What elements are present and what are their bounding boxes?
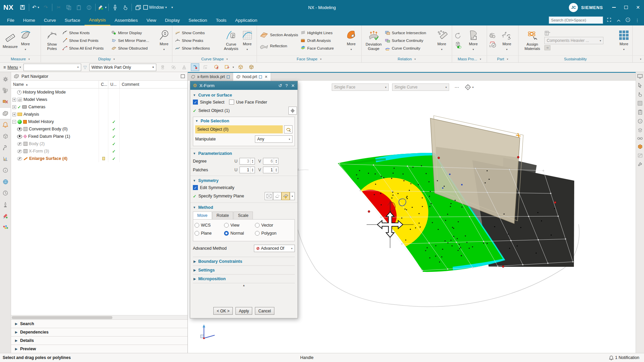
info-icon[interactable] bbox=[0, 165, 11, 176]
shaded-cube-icon[interactable] bbox=[247, 63, 256, 71]
save-button[interactable] bbox=[17, 2, 28, 13]
toggle-mass-icon[interactable] bbox=[454, 42, 462, 49]
orange-cube-icon[interactable] bbox=[638, 144, 643, 150]
relation-more-button[interactable]: More▾ bbox=[435, 29, 448, 52]
snap-cone-icon[interactable] bbox=[180, 63, 189, 71]
help-icon[interactable]: ? bbox=[625, 17, 631, 23]
tab-tools[interactable]: Tools bbox=[211, 15, 231, 25]
section-dependencies[interactable]: ▶Dependencies bbox=[11, 328, 187, 336]
highlight-hidden-icon[interactable] bbox=[159, 63, 167, 71]
ribbon-overflow[interactable]: ▾ bbox=[633, 56, 644, 62]
scrollbar-thumb[interactable] bbox=[12, 316, 112, 319]
edit-symmetrically-checkbox[interactable]: ✓ bbox=[193, 185, 198, 190]
maximize-button[interactable] bbox=[620, 0, 632, 15]
redo-button[interactable]: ↷ bbox=[41, 2, 51, 13]
section-parameterization[interactable]: ▼Parameterization bbox=[193, 151, 295, 156]
assign-materials-button[interactable]: Assign Materials bbox=[520, 29, 544, 52]
visibility-eye-icon[interactable] bbox=[17, 135, 22, 138]
sustainability-more-button[interactable]: More▾ bbox=[617, 29, 631, 52]
column-header-u[interactable]: U... bbox=[108, 81, 120, 88]
face-shape-more-button[interactable]: More▾ bbox=[344, 29, 358, 52]
patches-v-spinner[interactable]: 1▲▼ bbox=[263, 167, 278, 173]
cancel-button[interactable]: Cancel bbox=[255, 307, 274, 315]
method-tab-move[interactable]: Move bbox=[193, 212, 212, 219]
show-inflections-button[interactable]: Show Inflections bbox=[174, 45, 222, 52]
touch-mode-icon[interactable] bbox=[120, 2, 130, 13]
tree-row-history-modeling-mode[interactable]: History Modeling Mode bbox=[11, 88, 187, 96]
apply-button[interactable]: Apply bbox=[235, 307, 252, 315]
ok-button[interactable]: < OK > bbox=[213, 307, 233, 315]
mirror-icon[interactable] bbox=[84, 2, 94, 13]
materials-paint-icon[interactable] bbox=[0, 210, 11, 222]
minimize-button[interactable] bbox=[608, 0, 620, 15]
process-studio-icon[interactable] bbox=[0, 199, 11, 210]
snap-midpoint-icon[interactable] bbox=[202, 63, 210, 71]
tree-row-x-form[interactable]: X-Form (3) ✓ bbox=[11, 147, 187, 155]
use-face-finder-checkbox[interactable] bbox=[229, 100, 234, 105]
visibility-eye-icon[interactable] bbox=[17, 127, 22, 131]
show-combs-button[interactable]: Show Combs bbox=[174, 29, 222, 37]
set-mirror-plane-button[interactable]: Set Mirror Plane... bbox=[110, 37, 157, 44]
face-curvature-button[interactable]: Face Curvature bbox=[300, 45, 344, 52]
collapse-icon[interactable]: − bbox=[12, 120, 16, 124]
section-method[interactable]: ▼Method bbox=[193, 205, 295, 210]
part-cameras-icon[interactable] bbox=[489, 33, 497, 39]
web-browser-icon[interactable] bbox=[0, 176, 11, 187]
menu-button[interactable]: ≡Menu▾ bbox=[3, 65, 21, 70]
tab-home[interactable]: Home bbox=[19, 15, 40, 25]
section-view-icon[interactable] bbox=[638, 153, 643, 159]
section-search[interactable]: ▶Search bbox=[11, 319, 187, 328]
tree-row-cameras[interactable]: +✓Cameras bbox=[11, 103, 187, 111]
section-microposition[interactable]: ▶Microposition bbox=[193, 274, 295, 283]
tree-row-analysis[interactable]: +Analysis bbox=[11, 111, 187, 118]
existing-plane-button[interactable] bbox=[273, 192, 281, 200]
color-palette-icon[interactable] bbox=[0, 222, 11, 233]
qat-customize-dropdown[interactable]: ▾ bbox=[167, 2, 177, 13]
close-tab-icon[interactable]: ✕ bbox=[265, 75, 268, 79]
user-avatar[interactable]: JC bbox=[569, 3, 578, 12]
cut-icon[interactable]: ✂ bbox=[54, 2, 64, 13]
window-menu-button[interactable]: Window▾ bbox=[143, 2, 167, 13]
command-search-box[interactable] bbox=[549, 16, 603, 24]
tab-hood[interactable]: hood.prt ✕ bbox=[233, 73, 271, 81]
show-obstructed-button[interactable]: Show Obstructed bbox=[110, 45, 157, 52]
inferred-plane-button[interactable] bbox=[265, 192, 273, 200]
part-more-button[interactable]: More▾ bbox=[500, 29, 514, 52]
constraint-navigator-icon[interactable] bbox=[0, 96, 11, 108]
method-tab-rotate[interactable]: Rotate bbox=[212, 212, 233, 219]
section-preview[interactable]: ▶Preview bbox=[11, 345, 187, 353]
paste-icon[interactable] bbox=[74, 2, 84, 13]
radio-view[interactable]: View bbox=[224, 223, 255, 228]
snap-point-pair-icon[interactable] bbox=[169, 63, 178, 71]
snap-point-button[interactable] bbox=[288, 107, 297, 115]
snap-face-target-icon[interactable] bbox=[223, 63, 231, 71]
measure-button[interactable]: Measure bbox=[2, 32, 19, 50]
show-peaks-button[interactable]: Show Peaks bbox=[174, 37, 222, 44]
reflection-button[interactable]: Reflection bbox=[259, 41, 300, 51]
wireframe-cube-icon[interactable] bbox=[236, 63, 245, 71]
patches-u-spinner[interactable]: 1▲▼ bbox=[239, 167, 255, 173]
tree-row-enlarge-surface[interactable]: Enlarge Surface (4) ✓ bbox=[11, 155, 187, 162]
curve-shape-more-button[interactable]: More▾ bbox=[240, 29, 254, 52]
dialog-title-bar[interactable]: ⚙ X-Form ↺ ? ✕ bbox=[190, 81, 298, 90]
quick-plane-button-selected[interactable] bbox=[281, 192, 290, 200]
fullscreen-icon[interactable] bbox=[606, 18, 612, 23]
dialog-collapse-strip[interactable]: ▲ bbox=[193, 283, 295, 287]
group-label-display[interactable]: Display▾ bbox=[41, 56, 172, 62]
glasses-view-icon[interactable] bbox=[637, 136, 643, 141]
search-input[interactable] bbox=[551, 18, 603, 22]
voice-command-microphone-icon[interactable] bbox=[110, 2, 120, 13]
snap-options-dropdown[interactable]: ▾ bbox=[233, 66, 234, 69]
tools-wrench-icon[interactable] bbox=[638, 162, 642, 168]
feature-brush-button[interactable]: ▾ bbox=[97, 2, 107, 13]
navigator-horizontal-scrollbar[interactable] bbox=[11, 315, 187, 319]
select-cursor-icon[interactable] bbox=[638, 83, 642, 89]
radio-wcs[interactable]: WCS bbox=[195, 223, 224, 228]
show-poles-button[interactable]: Show Poles bbox=[43, 29, 61, 52]
tab-assemblies[interactable]: Assemblies bbox=[110, 15, 142, 25]
tab-application[interactable]: Application bbox=[231, 15, 262, 25]
group-label-relation[interactable]: Relation▾ bbox=[362, 56, 452, 62]
section-curve-or-surface[interactable]: ▼Curve or Surface bbox=[193, 93, 295, 98]
column-header-comment[interactable]: Comment bbox=[120, 81, 187, 88]
tab-curve[interactable]: Curve bbox=[40, 15, 60, 25]
